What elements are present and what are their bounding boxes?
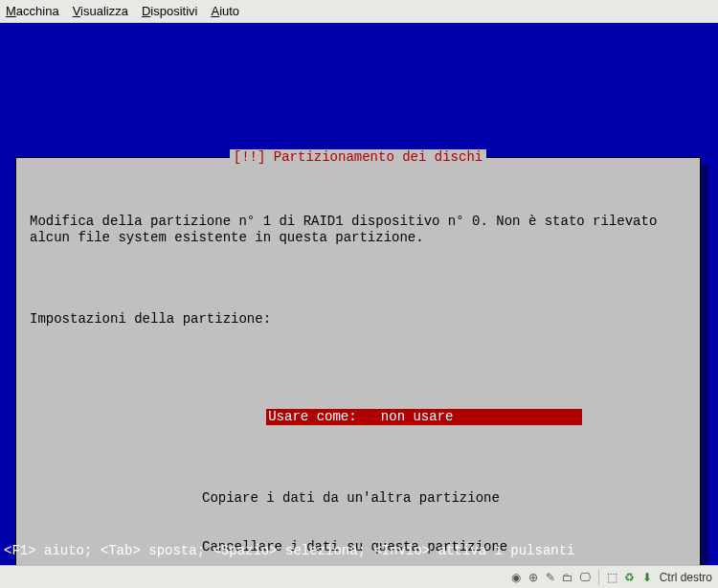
menu-dispositivi[interactable]: Dispositivi <box>142 4 198 18</box>
display-icon: 🖵 <box>578 571 592 584</box>
disk-icon: ◉ <box>509 571 523 584</box>
menu-macchina[interactable]: Macchina <box>6 4 59 18</box>
console-area: [!!] Partizionamento dei dischi Modifica… <box>0 23 718 565</box>
settings-label: Impostazioni della partizione: <box>30 311 686 328</box>
usb-icon: ✎ <box>544 571 557 584</box>
partition-dialog: [!!] Partizionamento dei dischi Modifica… <box>15 157 701 588</box>
host-key-label: Ctrl destro <box>660 571 712 584</box>
dialog-message: Modifica della partizione n° 1 di RAID1 … <box>30 214 686 246</box>
recycle-icon: ♻ <box>623 571 637 584</box>
optical-icon: ⊕ <box>527 571 540 584</box>
menu-visualizza[interactable]: Visualizza <box>73 4 128 18</box>
menu-aiuto[interactable]: Aiuto <box>211 4 239 18</box>
option-copy-data[interactable]: Copiare i dati da un'altra partizione <box>202 490 686 507</box>
statusbar: ◉ ⊕ ✎ 🗀 🖵 ⬚ ♻ ⬇ Ctrl destro <box>0 565 718 588</box>
help-line: <F1> aiuto; <Tab> sposta; <Spazio> selez… <box>4 543 575 559</box>
option-use-as[interactable]: Usare come: non usare <box>266 409 582 425</box>
mouse-integration-icon: ⬚ <box>606 571 619 584</box>
menubar: Macchina Visualizza Dispositivi Aiuto <box>0 0 718 23</box>
dialog-title: [!!] Partizionamento dei dischi <box>230 149 486 165</box>
shared-folder-icon: 🗀 <box>561 571 574 584</box>
host-key-icon: ⬇ <box>640 571 654 584</box>
